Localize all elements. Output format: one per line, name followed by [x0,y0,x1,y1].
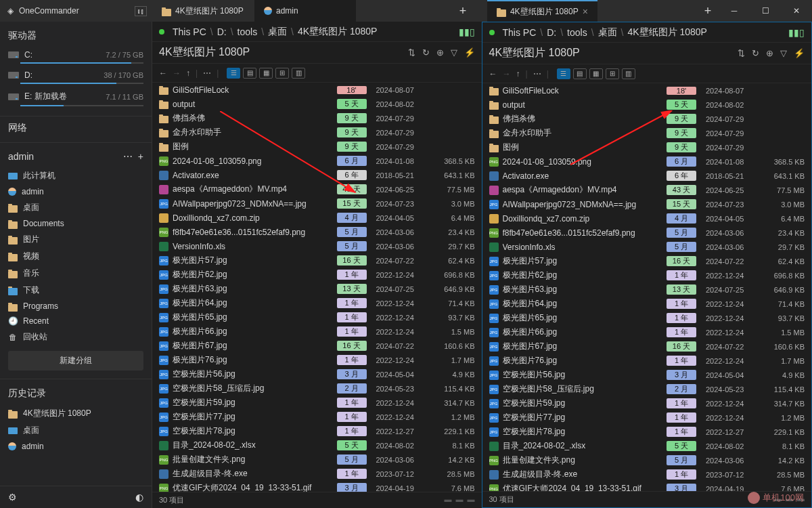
file-row[interactable]: GiliSoftFileLock18'2024-08-07 [152,83,482,97]
file-row[interactable]: JPG空极光图片56.jpg3 月2024-05-044.9 KB [482,368,812,382]
drive-item[interactable]: E: 新加载卷7.1 / 11 GB [0,88,152,105]
file-row[interactable]: JPG空极光图片56.jpg3 月2024-05-044.9 KB [152,367,482,381]
layout-toggle-icon[interactable]: ⫾⫿ [135,6,147,16]
bolt-icon[interactable]: ⚡ [464,47,475,58]
file-row[interactable]: JPG空极光图片59.jpg1 年2022-12-24314.7 KB [482,396,812,410]
file-row[interactable]: Doxilliondq_xz7.com.zip4 月2024-04-056.4 … [482,211,812,226]
file-row[interactable]: 佛挡杀佛9 天2024-07-29 [482,112,812,126]
view-details-button[interactable]: ▤ [243,68,256,79]
file-row[interactable]: output5 天2024-08-02 [482,98,812,112]
file-row[interactable]: 图例9 天2024-07-29 [482,140,812,154]
file-row[interactable]: VersionInfo.xls5 月2024-03-0629.7 KB [152,239,482,253]
file-row[interactable]: Activator.exe6 年2018-05-21643.1 KB [152,168,482,182]
view-columns-button[interactable]: ▥ [622,68,635,79]
back-button[interactable]: ← [159,68,167,78]
file-row[interactable]: JPG极光图片57.jpg16 天2024-07-2262.4 KB [152,253,482,268]
forward-button[interactable]: → [503,69,511,79]
file-row[interactable]: aespa《Armageddon》MV.mp443 天2024-06-2577.… [152,182,482,196]
sidebar-item[interactable]: 音乐 [0,265,152,282]
file-row[interactable]: output5 天2024-08-02 [152,97,482,111]
sidebar-item[interactable]: Documents [0,216,152,231]
theme-icon[interactable]: ◐ [135,492,143,503]
file-row[interactable]: JPG空极光图片58_压缩后.jpg2 月2024-05-23115.4 KB [482,382,812,396]
file-row[interactable]: JPGAIWallpaperjpg0723_NDMxNA==.jpg15 天20… [482,197,812,211]
file-row[interactable]: GiliSoftFileLock18'2024-08-07 [482,83,812,98]
sidebar-item[interactable]: admin [0,184,152,199]
maximize-button[interactable]: ☐ [750,0,781,22]
sort-icon[interactable]: ⇅ [408,47,415,58]
tab[interactable]: 4K壁纸图片 1080P [152,0,254,22]
file-row[interactable]: JPG极光图片64.jpg1 年2022-12-2471.4 KB [152,296,482,310]
sidebar-item[interactable]: 视频 [0,248,152,265]
path-segment[interactable]: D: [547,27,556,38]
file-row[interactable]: JPG极光图片64.jpg1 年2022-12-2471.4 KB [482,297,812,311]
add-tab-right-button[interactable]: + [697,4,719,18]
filter-icon[interactable]: ▽ [451,47,457,58]
path-segment[interactable]: 桌面 [268,26,287,38]
path-segment[interactable]: tools [238,26,258,37]
file-row[interactable]: JPG极光图片63.jpg13 天2024-07-25646.9 KB [152,282,482,296]
file-row[interactable]: 生成超级目录-终.exe1 年2023-07-1228.5 MB [482,467,812,482]
file-row[interactable]: 目录_2024-08-02_.xlsx5 天2024-08-028.1 KB [482,439,812,453]
file-row[interactable]: JPG空极光图片77.jpg1 年2022-12-241.2 MB [482,410,812,425]
file-row[interactable]: 佛挡杀佛9 天2024-07-29 [152,111,482,125]
file-row[interactable]: JPG极光图片67.jpg16 天2024-07-22160.6 KB [152,339,482,353]
file-row[interactable]: 生成超级目录-终.exe1 年2023-07-1228.5 MB [152,467,482,481]
history-item[interactable]: 4K壁纸图片 1080P [0,405,152,422]
file-row[interactable]: PNG批量创建文件夹.png5 月2024-03-0614.2 KB [152,452,482,467]
path-segment[interactable]: 4K壁纸图片 1080P [627,26,707,39]
path-segment[interactable]: This PC [173,26,206,37]
file-row[interactable]: JPG极光图片57.jpg16 天2024-07-2262.4 KB [482,254,812,268]
close-button[interactable]: ✕ [781,0,812,22]
file-row[interactable]: JPG极光图片63.jpg13 天2024-07-25646.9 KB [482,282,812,297]
file-row[interactable]: 金舟水印助手9 天2024-07-29 [482,126,812,140]
path-segment[interactable]: This PC [503,27,537,38]
file-row[interactable]: JPG空极光图片78.jpg1 年2022-12-27229.1 KB [152,424,482,438]
settings-icon[interactable]: ⚙ [8,492,17,503]
refresh-icon[interactable]: ↻ [422,47,430,58]
file-row[interactable]: Doxilliondq_xz7.com.zip4 月2024-04-056.4 … [152,211,482,225]
file-row[interactable]: PNG2024-01-08_103059.png6 月2024-01-08368… [152,154,482,168]
file-row[interactable]: JPG极光图片62.jpg1 年2022-12-24696.8 KB [482,268,812,282]
sidebar-item[interactable]: 🗑回收站 [0,329,152,345]
more-button[interactable]: ⋯ [203,68,211,78]
up-button[interactable]: ↑ [516,69,520,79]
file-row[interactable]: 图例9 天2024-07-29 [152,140,482,154]
target-icon[interactable]: ⊕ [436,47,444,58]
file-row[interactable]: aespa《Armageddon》MV.mp443 天2024-06-2577.… [482,183,812,197]
tab[interactable]: admin [254,0,356,22]
file-row[interactable]: VersionInfo.xls5 月2024-03-0629.7 KB [482,240,812,254]
sidebar-item[interactable]: 图片 [0,231,152,248]
file-row[interactable]: PNG优速GIF大师2024_04_19_13-33-51.gif3 月2024… [152,481,482,492]
sidebar-item[interactable]: 此计算机 [0,167,152,184]
minimize-button[interactable]: ─ [719,0,750,22]
tab[interactable]: 4K壁纸图片 1080P× [487,0,597,22]
path-segment[interactable]: 4K壁纸图片 1080P [298,26,378,38]
network-header[interactable]: 网络 [0,116,152,140]
history-item[interactable]: 桌面 [0,422,152,439]
file-row[interactable]: 目录_2024-08-02_.xlsx5 天2024-08-028.1 KB [152,438,482,452]
refresh-icon[interactable]: ↻ [752,48,759,58]
sidebar-item[interactable]: Programs [0,299,152,314]
sidebar-item[interactable]: 🕘Recent [0,314,152,329]
view-columns-button[interactable]: ▥ [292,68,305,79]
file-row[interactable]: JPG极光图片66.jpg1 年2022-12-241.5 MB [152,324,482,339]
bolt-icon[interactable]: ⚡ [794,48,805,58]
path-segment[interactable]: 桌面 [598,26,617,39]
view-tiles-button[interactable]: ▦ [589,68,603,79]
forward-button[interactable]: → [173,68,181,78]
file-row[interactable]: JPG空极光图片78.jpg1 年2022-12-27229.1 KB [482,425,812,439]
add-tab-left-button[interactable]: + [452,4,474,18]
new-group-button[interactable]: 新建分组 [8,351,143,371]
file-row[interactable]: JPGAIWallpaperjpg0723_NDMxNA==.jpg15 天20… [152,196,482,211]
history-item[interactable]: admin [0,439,152,454]
file-row[interactable]: JPG极光图片65.jpg1 年2022-12-2493.7 KB [152,310,482,324]
view-tiles-button[interactable]: ▦ [259,68,273,79]
path-segment[interactable]: D: [217,26,227,37]
sort-icon[interactable]: ⇅ [738,48,745,58]
file-row[interactable]: JPG极光图片65.jpg1 年2022-12-2493.7 KB [482,311,812,325]
file-row[interactable]: JPG极光图片62.jpg1 年2022-12-24696.8 KB [152,268,482,282]
sidebar-item[interactable]: 桌面 [0,199,152,216]
file-row[interactable]: JPG空极光图片77.jpg1 年2022-12-241.2 MB [152,410,482,424]
view-list-button[interactable]: ☰ [227,68,240,79]
